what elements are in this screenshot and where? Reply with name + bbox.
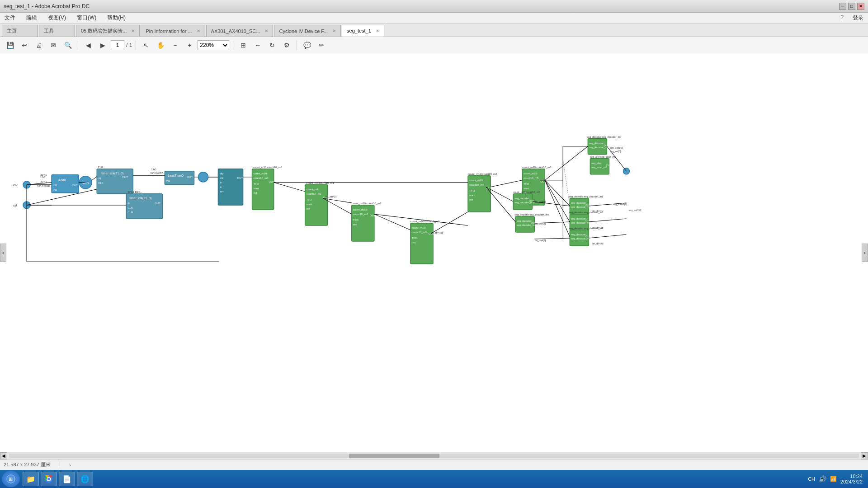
menu-edit[interactable]: 编辑 [24,13,40,23]
svg-text:count_m10:count10_m5: count_m10:count10_m5 [513,191,540,193]
svg-text:m4: m4 [220,190,224,193]
taskbar-chrome[interactable] [41,472,57,486]
toolbar-separator-4 [297,40,297,50]
title-bar-controls: ─ □ ✕ [839,3,864,10]
toolbar-separator-3 [233,40,233,50]
menu-login[interactable]: 登录 [850,13,866,23]
save-button[interactable]: 💾 [4,39,16,52]
svg-text:seg_decoder:: seg_decoder: [589,142,604,145]
scrollbar-thumb[interactable] [349,454,439,458]
svg-text:seg_decoder:seg_decoder_m4: seg_decoder:seg_decoder_m4 [514,213,549,216]
zoom-in-button[interactable]: + [183,39,196,52]
prev-view-button[interactable]: ↩ [18,39,31,52]
dimensions-label: 21.587 x 27.937 厘米 [4,461,51,468]
tab-tools[interactable]: 工具 [39,25,75,37]
close-button[interactable]: ✕ [857,3,864,10]
svg-text:clk: clk [13,183,18,187]
svg-text:seg_sel1[0]: seg_sel1[0] [628,209,642,211]
highlight-button[interactable]: ✏ [315,39,328,52]
tab-ax301[interactable]: AX301_AX4010_SC... ✕ [206,25,274,37]
svg-text:in: in [220,186,222,188]
email-button[interactable]: ✉ [47,39,60,52]
svg-text:TFO: TFO [412,237,417,239]
tab-05[interactable]: 05.数码管扫描实验... ✕ [76,25,140,37]
svg-text:tin_dn4[0]: tin_dn4[0] [592,226,604,229]
svg-text:seg_decoder:: seg_decoder: [571,233,586,236]
svg-text:count10_m0: count10_m0 [254,177,269,179]
svg-text:tin_dn4[2]: tin_dn4[2] [535,239,546,242]
hand-tool[interactable]: ✋ [154,39,167,52]
page-total-label: / 1 [126,42,132,48]
taskbar-ie[interactable]: 🌐 [77,472,93,486]
svg-text:dly: dly [220,172,223,175]
volume-icon[interactable]: 🔊 [819,475,826,483]
zoom-select[interactable]: 220% 100% 150% 200% [198,40,229,50]
print-button[interactable]: 🖨 [33,39,45,52]
svg-text:TFO: TFO [353,219,359,221]
scroll-right-button[interactable]: ▶ [861,452,868,460]
right-panel-toggle[interactable]: ‹ [862,244,868,262]
cursor-tool[interactable]: ↖ [140,39,152,52]
menu-view[interactable]: 视图(V) [45,13,69,23]
taskbar-acrobat[interactable]: 📄 [59,472,75,486]
svg-text:1'h0: 1'h0 [98,166,103,169]
status-divider [60,461,60,469]
rotate-button[interactable]: ↻ [266,39,278,52]
chrome-icon [44,474,54,484]
menu-help[interactable]: 帮助(H) [104,13,128,23]
svg-text:count10_m4: count10_m4 [469,183,485,186]
page-number-input[interactable] [111,40,124,50]
tab-seg-test[interactable]: seg_test_1 ✕ [342,25,384,37]
svg-text:IN1: IN1 [166,179,170,182]
scroll-left-button[interactable]: ◀ [0,452,7,460]
toolbar-separator-1 [78,40,78,50]
next-page-button[interactable]: ▶ [96,39,109,52]
svg-text:tin_dn4[1]: tin_dn4[1] [592,210,604,212]
start-button[interactable]: ⊞ [2,471,20,487]
tab-cyclone-close[interactable]: ✕ [332,28,336,33]
clock-date: 2024/3/22 [840,479,863,484]
tab-pin[interactable]: Pin Information for ... ✕ [141,25,205,37]
svg-text:CLR: CLR [127,211,133,214]
search-button[interactable]: 🔍 [61,39,74,52]
tab-seg-test-close[interactable]: ✕ [376,28,379,33]
maximize-button[interactable]: □ [848,3,855,10]
scrollbar-track [9,454,859,458]
svg-text:OUT: OUT [585,235,591,238]
chevron-button[interactable]: › [69,462,71,468]
prev-page-button[interactable]: ◀ [82,39,94,52]
svg-text:seg_xfer:seg_scan_m0: seg_xfer:seg_scan_m0 [590,155,616,158]
tools-panel-button[interactable]: ⚙ [280,39,293,52]
tab-ax301-close[interactable]: ✕ [264,28,268,33]
fit-page-button[interactable]: ⊞ [237,39,250,52]
svg-text:OUT: OUT [606,164,611,167]
status-bar: 21.587 x 27.937 厘米 › [0,459,868,470]
svg-text:count_m10:: count_m10: [469,179,484,182]
menu-help-icon[interactable]: ? [838,13,846,23]
tab-home[interactable]: 主页 [2,25,38,37]
svg-text:IN1: IN1 [53,184,57,187]
svg-text:seg_scan_m0: seg_scan_m0 [591,166,607,169]
comment-button[interactable]: 💬 [301,39,313,52]
tab-05-close[interactable]: ✕ [131,28,135,33]
keyboard-indicator: CH [808,476,815,482]
left-panel-toggle[interactable]: › [0,244,6,262]
zoom-out-button[interactable]: − [169,39,181,52]
tab-pin-close[interactable]: ✕ [197,28,200,33]
svg-text:count10_m2: count10_m2 [353,213,368,216]
svg-text:IN: IN [98,177,101,180]
svg-text:seg_data[0]: seg_data[0] [609,146,623,149]
tab-cyclone[interactable]: Cyclone IV Device F... ✕ [274,25,341,37]
svg-text:rst: rst [13,203,18,207]
horizontal-scrollbar[interactable]: ◀ ▶ [0,452,868,459]
fit-width-button[interactable]: ↔ [251,39,264,52]
minimize-button[interactable]: ─ [839,3,846,10]
menu-window[interactable]: 窗口(W) [74,13,99,23]
svg-text:count_m10:count10_m0: count_m10:count10_m0 [253,166,283,169]
taskbar-file-explorer[interactable]: 📁 [23,472,39,486]
svg-text:seg_decoder:: seg_decoder: [571,217,586,220]
svg-text:count_dv10:count10_m2: count_dv10:count10_m2 [352,202,382,205]
content-area: › ‹ clk rst Add0 IN1 IN2 OUT 1'h0 32'h1 … [0,53,868,452]
svg-text:m4: m4 [353,223,357,226]
menu-file[interactable]: 文件 [2,13,18,23]
